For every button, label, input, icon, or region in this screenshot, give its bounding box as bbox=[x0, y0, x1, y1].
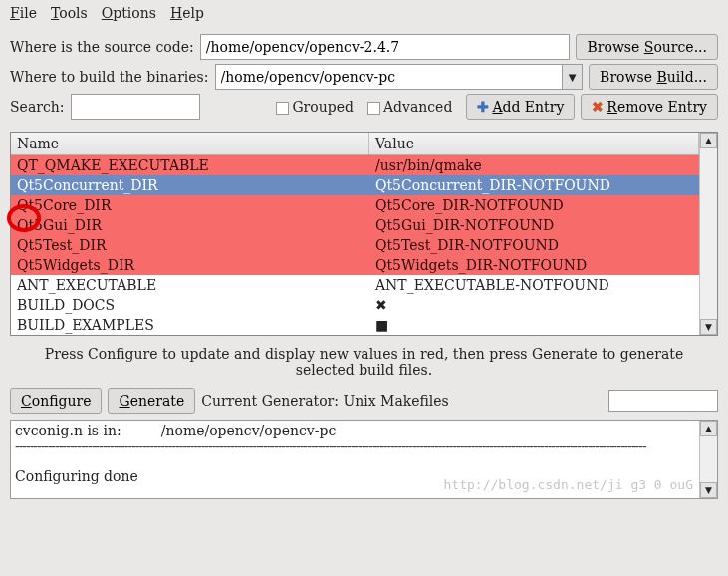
cell-name: Qt5Test_DIR bbox=[11, 235, 369, 255]
scroll-up-icon[interactable]: ▲ bbox=[700, 133, 717, 148]
cell-name: Qt5Concurrent_DIR bbox=[11, 175, 369, 195]
cell-name: Qt5Widgets_DIR bbox=[11, 255, 369, 275]
cell-name: BUILD_EXAMPLES bbox=[11, 315, 369, 335]
browse-build-button[interactable]: Browse Build... bbox=[589, 64, 718, 90]
advanced-check[interactable]: Advanced bbox=[367, 99, 452, 115]
table-header: Name Value bbox=[11, 133, 699, 155]
table-row[interactable]: BUILD_DOCS✖ bbox=[11, 295, 699, 315]
table-row[interactable]: Qt5Core_DIRQt5Core_DIR-NOTFOUND bbox=[11, 195, 699, 215]
watermark: http://blog.csdn.net/ji g3 0 ouG bbox=[444, 477, 693, 492]
table-row[interactable]: ANT_EXECUTABLEANT_EXECUTABLE-NOTFOUND bbox=[11, 275, 699, 295]
build-label: Where to build the binaries: bbox=[10, 69, 209, 85]
source-input[interactable] bbox=[200, 34, 571, 60]
table-row[interactable]: BUILD_EXAMPLES■ bbox=[11, 315, 699, 335]
log-line: cvconig.n is in: bbox=[15, 423, 121, 438]
cell-value: Qt5Concurrent_DIR-NOTFOUND bbox=[369, 175, 699, 195]
grouped-check[interactable]: Grouped bbox=[276, 99, 354, 115]
table-row[interactable]: Qt5Widgets_DIRQt5Widgets_DIR-NOTFOUND bbox=[11, 255, 699, 275]
cell-value: ANT_EXECUTABLE-NOTFOUND bbox=[369, 275, 699, 295]
menubar: File Tools Options Help bbox=[0, 0, 728, 26]
cell-value: /usr/bin/qmake bbox=[369, 155, 699, 175]
cell-value: ■ bbox=[369, 315, 699, 335]
table-scrollbar[interactable]: ▲ ▼ bbox=[699, 133, 717, 335]
scroll-down-icon[interactable]: ▼ bbox=[700, 482, 717, 498]
generate-button[interactable]: Generate bbox=[108, 388, 195, 414]
log-divider: ----------------------------------------… bbox=[15, 438, 695, 454]
remove-icon: ✖ bbox=[592, 99, 604, 115]
col-header-name[interactable]: Name bbox=[11, 133, 369, 154]
table-row[interactable]: QT_QMAKE_EXECUTABLE/usr/bin/qmake bbox=[11, 155, 699, 175]
log-line: /nome/opencv/opencv-pc bbox=[161, 423, 337, 438]
log-scrollbar[interactable]: ▲ ▼ bbox=[699, 421, 717, 498]
scroll-up-icon[interactable]: ▲ bbox=[700, 421, 717, 436]
log-text[interactable]: cvconig.n is in: /nome/opencv/opencv-pc … bbox=[11, 421, 699, 498]
menu-help[interactable]: Help bbox=[170, 5, 204, 21]
checkbox-icon bbox=[367, 102, 380, 115]
build-dropdown-icon[interactable]: ▼ bbox=[563, 64, 583, 90]
menu-options[interactable]: Options bbox=[102, 5, 156, 21]
menu-tools[interactable]: Tools bbox=[51, 5, 88, 21]
cell-value: Qt5Test_DIR-NOTFOUND bbox=[369, 235, 699, 255]
cell-value: Qt5Gui_DIR-NOTFOUND bbox=[369, 215, 699, 235]
add-entry-button[interactable]: ✚Add Entry bbox=[466, 94, 575, 120]
search-label: Search: bbox=[10, 99, 65, 115]
build-input[interactable] bbox=[215, 64, 564, 90]
source-label: Where is the source code: bbox=[10, 39, 194, 55]
log-pane: cvconig.n is in: /nome/opencv/opencv-pc … bbox=[10, 420, 718, 499]
checkbox-icon bbox=[276, 102, 289, 115]
table-row[interactable]: Qt5Concurrent_DIRQt5Concurrent_DIR-NOTFO… bbox=[11, 175, 699, 195]
cell-name: QT_QMAKE_EXECUTABLE bbox=[11, 155, 369, 175]
col-header-value[interactable]: Value bbox=[369, 133, 699, 154]
search-input[interactable] bbox=[71, 94, 200, 120]
progress-box bbox=[608, 390, 718, 412]
hint-text: Press Configure to update and display ne… bbox=[0, 340, 728, 384]
remove-entry-button[interactable]: ✖Remove Entry bbox=[581, 94, 718, 120]
scroll-down-icon[interactable]: ▼ bbox=[700, 319, 717, 335]
cell-value: Qt5Widgets_DIR-NOTFOUND bbox=[369, 255, 699, 275]
generator-label: Current Generator: Unix Makefiles bbox=[201, 393, 449, 409]
cell-value: ✖ bbox=[369, 295, 699, 315]
menu-file[interactable]: File bbox=[10, 5, 37, 21]
table-row[interactable]: Qt5Gui_DIRQt5Gui_DIR-NOTFOUND bbox=[11, 215, 699, 235]
config-table: Name Value QT_QMAKE_EXECUTABLE/usr/bin/q… bbox=[10, 132, 718, 336]
browse-source-button[interactable]: Browse Source... bbox=[576, 34, 718, 60]
cell-name: Qt5Core_DIR bbox=[11, 195, 369, 215]
cell-name: Qt5Gui_DIR bbox=[11, 215, 369, 235]
plus-icon: ✚ bbox=[477, 99, 489, 115]
cell-value: Qt5Core_DIR-NOTFOUND bbox=[369, 195, 699, 215]
table-row[interactable]: Qt5Test_DIRQt5Test_DIR-NOTFOUND bbox=[11, 235, 699, 255]
cell-name: ANT_EXECUTABLE bbox=[11, 275, 369, 295]
cell-name: BUILD_DOCS bbox=[11, 295, 369, 315]
configure-button[interactable]: Configure bbox=[10, 388, 102, 414]
